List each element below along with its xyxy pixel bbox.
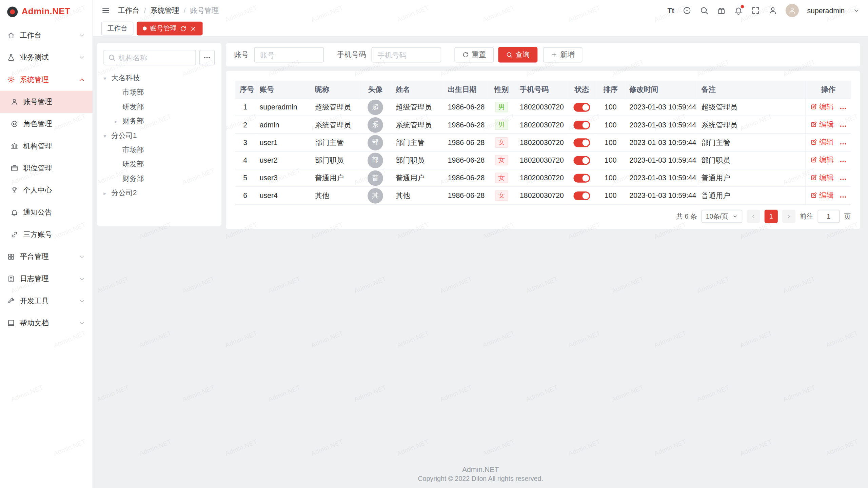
search-icon [108, 54, 116, 61]
edit-button[interactable]: 编辑 [810, 102, 834, 112]
prev-page-button[interactable] [747, 210, 760, 223]
cell-gender: 女 [488, 187, 515, 205]
sidebar-item-org-mgmt[interactable]: 机构管理 [0, 135, 93, 157]
sidebar-item-personal-center[interactable]: 个人中心 [0, 179, 93, 201]
caret-down-icon[interactable]: ▾ [103, 133, 111, 139]
tree-node-label: 财务部 [122, 116, 144, 126]
more-actions-icon[interactable] [839, 140, 847, 148]
org-search-box [103, 50, 196, 65]
status-toggle[interactable] [573, 174, 590, 182]
theme-icon[interactable] [717, 6, 726, 15]
cell-status [567, 169, 596, 187]
status-toggle[interactable] [573, 191, 590, 200]
cell-birthday: 1986-06-28 [443, 151, 488, 169]
tree-node[interactable]: 市场部 [103, 143, 215, 157]
search-icon[interactable] [700, 6, 709, 15]
sidebar-item-notice[interactable]: 通知公告 [0, 201, 93, 223]
cell-avatar: 系 [359, 116, 392, 134]
tree-more-button[interactable] [199, 50, 215, 65]
breadcrumb-sys-mgmt[interactable]: 系统管理 [150, 5, 179, 15]
user-icon [11, 98, 18, 106]
col-avatar: 头像 [359, 81, 392, 98]
status-toggle[interactable] [573, 138, 590, 147]
sidebar-item-account-mgmt[interactable]: 账号管理 [0, 91, 93, 113]
cell-sort: 100 [596, 116, 625, 134]
refresh-icon[interactable] [180, 25, 187, 32]
more-actions-icon[interactable] [839, 104, 847, 112]
notification-icon[interactable] [734, 6, 743, 15]
more-actions-icon[interactable] [839, 193, 847, 201]
edit-button[interactable]: 编辑 [810, 120, 834, 129]
sidebar-item-label: 平台管理 [20, 252, 49, 262]
more-actions-icon[interactable] [839, 175, 847, 183]
caret-right-icon[interactable]: ▸ [103, 190, 111, 196]
reset-button[interactable]: 重置 [454, 47, 494, 63]
role-icon [11, 120, 18, 128]
status-toggle[interactable] [573, 156, 590, 165]
tab-account-mgmt[interactable]: 账号管理 [137, 22, 202, 36]
sidebar-item-biz-test[interactable]: 业务测试 [0, 46, 93, 68]
sidebar-item-role-mgmt[interactable]: 角色管理 [0, 113, 93, 135]
page-number-button[interactable]: 1 [765, 210, 778, 223]
edit-button[interactable]: 编辑 [810, 190, 834, 200]
more-actions-icon[interactable] [839, 122, 847, 130]
cell-modified: 2023-01-03 10:59:44 [625, 187, 697, 205]
tree-node[interactable]: 研发部 [103, 157, 215, 171]
sidebar-item-help-docs[interactable]: 帮助文档 [0, 312, 93, 334]
page-size-select[interactable]: 10条/页 [702, 210, 743, 223]
tree-node[interactable]: 研发部 [103, 100, 215, 114]
caret-down-icon[interactable]: ▾ [103, 75, 111, 81]
sidebar-item-dev-tools[interactable]: 开发工具 [0, 290, 93, 312]
profile-icon[interactable] [768, 6, 777, 15]
goto-page-input[interactable] [817, 210, 840, 223]
table-row[interactable]: 3 user1 部门主管 部 部门主管 1986-06-28 女 1802003… [235, 134, 851, 151]
edit-button[interactable]: 编辑 [810, 155, 834, 165]
fullscreen-icon[interactable] [751, 6, 760, 15]
table-row[interactable]: 1 superadmin 超级管理员 超 超级管理员 1986-06-28 男 … [235, 99, 851, 116]
next-page-button[interactable] [782, 210, 795, 223]
search-icon [506, 52, 513, 58]
brand[interactable]: Admin.NET [0, 0, 93, 23]
edit-button[interactable]: 编辑 [810, 173, 834, 183]
tree-node[interactable]: 财务部 [103, 171, 215, 186]
sidebar-item-workbench[interactable]: 工作台 [0, 24, 93, 46]
user-avatar[interactable] [786, 4, 799, 17]
edit-button-label: 编辑 [819, 137, 833, 147]
org-search-input[interactable] [103, 50, 196, 65]
phone-input[interactable] [372, 47, 441, 63]
tree-node[interactable]: 市场部 [103, 85, 215, 99]
tree-node[interactable]: ▸财务部 [103, 114, 215, 128]
status-toggle[interactable] [573, 103, 590, 111]
sidebar-item-platform-mgmt[interactable]: 平台管理 [0, 246, 93, 268]
add-button-label: 新增 [560, 50, 574, 60]
tree-node[interactable]: ▾分公司1 [103, 128, 215, 143]
add-button[interactable]: 新增 [543, 47, 583, 63]
menu-toggle-icon[interactable] [101, 6, 110, 15]
chevron-down-icon[interactable] [853, 7, 860, 14]
table-row[interactable]: 5 user3 普通用户 普 普通用户 1986-06-28 女 1802003… [235, 169, 851, 187]
edit-button[interactable]: 编辑 [810, 137, 834, 147]
sidebar-item-label: 账号管理 [23, 97, 52, 107]
caret-right-icon[interactable]: ▸ [115, 118, 122, 124]
discover-icon[interactable] [683, 6, 691, 15]
close-icon[interactable] [190, 25, 197, 32]
table-row[interactable]: 4 user2 部门职员 部 部门职员 1986-06-28 女 1802003… [235, 151, 851, 169]
font-size-icon[interactable]: Tt [668, 6, 674, 15]
tab-workbench[interactable]: 工作台 [101, 22, 134, 36]
sidebar-item-position-mgmt[interactable]: 职位管理 [0, 157, 93, 179]
tree-node[interactable]: ▸分公司2 [103, 186, 215, 200]
tree-node[interactable]: ▾大名科技 [103, 71, 215, 85]
sidebar-item-sys-mgmt[interactable]: 系统管理 [0, 68, 93, 90]
cell-account: admin [255, 116, 311, 134]
query-button[interactable]: 查询 [498, 47, 537, 63]
sidebar-item-log-mgmt[interactable]: 日志管理 [0, 268, 93, 290]
breadcrumb-workbench[interactable]: 工作台 [118, 5, 140, 15]
account-input[interactable] [254, 47, 324, 63]
status-toggle[interactable] [573, 121, 590, 129]
sidebar-item-third-party-account[interactable]: 三方账号 [0, 224, 93, 246]
more-actions-icon[interactable] [839, 158, 847, 165]
table-row[interactable]: 6 user4 其他 其 其他 1986-06-28 女 18020030720… [235, 187, 851, 205]
username[interactable]: superadmin [807, 6, 845, 15]
reset-button-label: 重置 [472, 50, 486, 60]
table-row[interactable]: 2 admin 系统管理员 系 系统管理员 1986-06-28 男 18020… [235, 116, 851, 134]
